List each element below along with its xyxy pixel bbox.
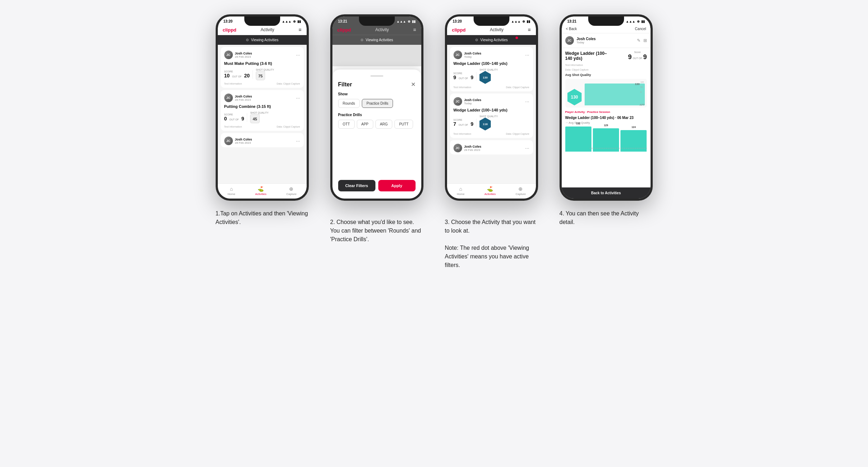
- user-info-1-1: Josh Coles 28 Feb 2023: [235, 52, 252, 58]
- pill-putt[interactable]: PUTT: [394, 120, 413, 129]
- avatar-row-1-1: JC Josh Coles 28 Feb 2023: [224, 51, 252, 59]
- sq-label-1-1: Shot Quality: [256, 68, 274, 71]
- red-dot-3: [515, 37, 518, 39]
- status-bar-4: 13:21 ▲▲▲ ⊕ ▮▮: [562, 16, 651, 25]
- avatar-row-3-1: JC Josh Coles Today: [454, 51, 481, 59]
- activity-card-3-2[interactable]: JC Josh Coles Today ··· Wedge Ladder (10…: [450, 94, 533, 138]
- dots-menu-1-3[interactable]: ···: [296, 138, 300, 144]
- pill-ott[interactable]: OTT: [338, 120, 355, 129]
- dots-menu-3-2[interactable]: ···: [525, 99, 529, 104]
- menu-icon-2[interactable]: ≡: [413, 27, 416, 33]
- status-time-4: 13:21: [567, 19, 577, 23]
- detail-avatar: JC: [565, 36, 574, 45]
- phone-1-frame: 13:20 ▲▲▲ ⊕ ▮▮ clippd Activity ≡ ⚙ Vie: [216, 14, 309, 201]
- signal-icon-3: ▲▲▲: [511, 20, 521, 23]
- phone-4-frame: 13:21 ▲▲▲ ⊕ ▮▮ < Back Cancel JC: [560, 14, 653, 201]
- pill-app[interactable]: APP: [357, 120, 373, 129]
- out-of-1-2: OUT OF: [229, 118, 239, 121]
- home-icon-1: ⌂: [230, 186, 233, 192]
- user-name-1-2: Josh Coles: [235, 95, 252, 98]
- user-name-3-3: Josh Coles: [464, 145, 481, 148]
- divider-1-1: [253, 70, 253, 79]
- detail-user-left: JC Josh Coles Today: [565, 36, 596, 45]
- nav-bar-3: clippd Activity ≡: [447, 25, 536, 35]
- activity-card-1-2[interactable]: JC Josh Coles 28 Feb 2023 ··· Putting Co…: [221, 90, 304, 131]
- tab-activities-3[interactable]: ⛳ Activities: [484, 186, 496, 196]
- score-val-3-2: 7: [454, 121, 456, 127]
- dots-menu-1-1[interactable]: ···: [296, 52, 300, 58]
- shots-val-1-2: 9: [241, 116, 244, 121]
- user-info-3-3: Josh Coles 28 Feb 2023: [464, 145, 481, 152]
- activity-card-3-1[interactable]: JC Josh Coles Today ··· Wedge Ladder (10…: [450, 47, 533, 91]
- pill-rounds[interactable]: Rounds: [338, 99, 360, 108]
- tab-capture-3[interactable]: ⊕ Capture: [515, 186, 526, 196]
- back-to-activities-button[interactable]: Back to Activities: [562, 187, 651, 199]
- clear-filters-button[interactable]: Clear Filters: [338, 180, 375, 191]
- caption-2: 2. Choose what you'd like to see. You ca…: [330, 209, 423, 244]
- viewing-bar-2[interactable]: ⚙ Viewing Activities: [332, 35, 421, 45]
- avatar-1-2: JC: [224, 94, 233, 102]
- phone-2-screen: 13:21 ▲▲▲ ⊕ ▮▮ clippd Activity ≡ ⚙ Vie: [332, 16, 421, 199]
- apply-button[interactable]: Apply: [378, 180, 416, 191]
- score-val-1-2: 0: [224, 116, 227, 121]
- tab-activities-label-1: Activities: [255, 192, 267, 196]
- score-block-1-2: Score 0 OUT OF 9: [224, 113, 244, 121]
- nav-bar-2: clippd Activity ≡: [332, 25, 421, 35]
- close-icon[interactable]: ✕: [411, 81, 416, 88]
- phone-3-frame: 13:20 ▲▲▲ ⊕ ▮▮ clippd Activity ≡ ⚙ Vie: [445, 14, 538, 201]
- detail-bar-1: 132: [565, 127, 591, 152]
- filter-modal: Filter ✕ Show Rounds Practice Drills Pra…: [332, 70, 421, 199]
- pill-arg[interactable]: ARG: [375, 120, 393, 129]
- activity-card-1-3[interactable]: JC Josh Coles 28 Feb 2023 ···: [221, 133, 304, 147]
- cancel-button[interactable]: Cancel: [635, 27, 646, 31]
- tab-activities-1[interactable]: ⛳ Activities: [255, 186, 267, 196]
- activity-card-3-3[interactable]: JC Josh Coles 28 Feb 2023 ···: [450, 140, 533, 154]
- viewing-bar-label-2: Viewing Activities: [366, 38, 393, 42]
- user-date-3-1: Today: [464, 55, 481, 58]
- card-footer-1-2: Test Information Data: Clippd Capture: [224, 125, 300, 128]
- detail-out-of: OUT OF: [633, 57, 642, 59]
- tab-home-1[interactable]: ⌂ Home: [227, 186, 235, 196]
- activity-card-1-1[interactable]: JC Josh Coles 28 Feb 2023 ··· Must Make …: [221, 47, 304, 88]
- tab-home-3[interactable]: ⌂ Home: [457, 186, 464, 196]
- caption-1: 1.Tap on Activities and then 'Viewing Ac…: [216, 209, 309, 227]
- stats-row-3-2: Score 7 OUT OF 9 Shot Quality: [454, 115, 529, 130]
- detail-bar-3: 124: [620, 130, 647, 152]
- menu-icon-1[interactable]: ≡: [298, 27, 301, 33]
- dimmed-bg-2: [332, 45, 421, 66]
- phone-1-column: 13:20 ▲▲▲ ⊕ ▮▮ clippd Activity ≡ ⚙ Vie: [212, 14, 312, 227]
- pill-practice-drills[interactable]: Practice Drills: [362, 99, 393, 108]
- user-date-3-2: Today: [464, 102, 481, 105]
- card-footer-1-1: Test Information Data: Clippd Capture: [224, 82, 300, 85]
- detail-info-1: Test Information: [565, 64, 647, 66]
- session-prefix: Player Activity ·: [565, 110, 588, 114]
- dots-menu-1-2[interactable]: ···: [296, 95, 300, 101]
- status-bar-1: 13:20 ▲▲▲ ⊕ ▮▮: [218, 16, 307, 25]
- modal-header: Filter ✕: [338, 81, 416, 88]
- caption-4: 4. You can then see the Activity detail.: [560, 209, 653, 227]
- menu-icon-3[interactable]: ≡: [528, 27, 531, 33]
- sq-block-3-1: Shot Quality 130: [479, 68, 498, 84]
- signal-icon-2: ▲▲▲: [397, 20, 406, 23]
- wifi-icon-3: ⊕: [522, 20, 525, 23]
- bottom-bar-3: ⌂ Home ⛳ Activities ⊕ Capture: [447, 184, 536, 199]
- wifi-icon-1: ⊕: [293, 20, 296, 23]
- info-left-1-1: Test Information: [224, 82, 242, 85]
- chart-x-label: APP: [639, 104, 644, 106]
- battery-icon-1: ▮▮: [297, 20, 301, 23]
- viewing-bar-label-1: Viewing Activities: [251, 38, 279, 42]
- viewing-bar-3[interactable]: ⚙ Viewing Activities: [447, 35, 536, 45]
- edit-icon[interactable]: ✎: [637, 38, 641, 43]
- card-header-1-1: JC Josh Coles 28 Feb 2023 ···: [224, 51, 300, 59]
- viewing-bar-1[interactable]: ⚙ Viewing Activities: [218, 35, 307, 45]
- avatar-1-3: JC: [224, 137, 233, 145]
- signal-icon-1: ▲▲▲: [282, 20, 292, 23]
- expand-icon[interactable]: ⊞: [643, 38, 647, 43]
- back-button[interactable]: < Back: [566, 27, 577, 31]
- dots-menu-3-1[interactable]: ···: [525, 52, 529, 58]
- card-header-1-3: JC Josh Coles 28 Feb 2023 ···: [224, 137, 300, 145]
- score-label-3-1: Score: [454, 72, 474, 75]
- dots-menu-3-3[interactable]: ···: [525, 145, 529, 151]
- detail-content: Wedge Ladder (100–140 yds) Score 9 OUT O…: [562, 48, 651, 187]
- tab-capture-1[interactable]: ⊕ Capture: [286, 186, 296, 196]
